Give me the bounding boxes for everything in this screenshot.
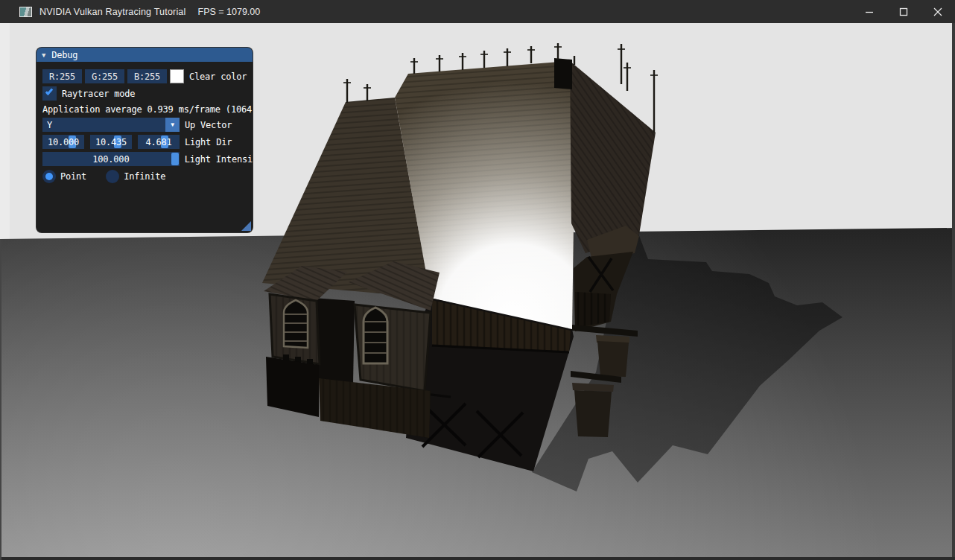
sky-left-strip	[0, 23, 10, 241]
chevron-down-icon: ▼	[171, 121, 174, 128]
raytracer-checkbox[interactable]	[42, 86, 57, 101]
frame-stats-row: Application average 0.939 ms/frame (1064	[42, 104, 253, 115]
light-type-row: Point Infinite	[42, 169, 253, 183]
viewport-right-edge	[952, 23, 955, 560]
minimize-icon	[865, 7, 874, 16]
green-channel-button[interactable]: G:255	[85, 69, 124, 83]
up-vector-combo[interactable]: Y ▼	[42, 118, 180, 132]
debug-panel-body: R:255 G:255 B:255 Clear color Raytracer …	[37, 62, 253, 232]
debug-panel-titlebar[interactable]: ▼ Debug	[37, 48, 253, 62]
resize-grip[interactable]	[241, 221, 251, 231]
checkmark-icon	[45, 87, 53, 95]
fps-counter: FPS = 1079.00	[198, 7, 261, 17]
close-button[interactable]	[921, 0, 955, 23]
dormer-center	[349, 261, 440, 391]
light-intensity-value: 100.000	[92, 154, 129, 165]
maximize-button[interactable]	[886, 0, 921, 23]
infinite-light-label: Infinite	[124, 171, 165, 182]
light-intensity-slider[interactable]: 100.000	[42, 152, 180, 166]
viewport-bottom-edge	[0, 557, 955, 560]
lantern-upper	[597, 341, 629, 377]
slider-grab[interactable]	[171, 153, 179, 165]
light-dir-z-value: 4.681	[145, 137, 171, 147]
up-vector-value: Y	[42, 120, 165, 130]
light-dir-row: 10.000 10.435 4.681 Light Dir	[42, 135, 253, 149]
clear-color-swatch[interactable]	[170, 69, 184, 83]
clear-color-label: Clear color	[189, 71, 247, 82]
point-light-label: Point	[60, 171, 86, 182]
point-light-radio[interactable]	[42, 170, 56, 183]
viewport-left-edge	[0, 239, 1, 560]
lantern-lower	[574, 390, 612, 437]
combo-arrow-button[interactable]: ▼	[165, 118, 180, 132]
infinite-light-radio[interactable]	[106, 170, 119, 183]
debug-panel-title: Debug	[51, 50, 77, 60]
light-intensity-row: 100.000 Light Intensi	[42, 152, 253, 166]
light-dir-label: Light Dir	[185, 137, 232, 147]
up-vector-row: Y ▼ Up Vector	[42, 118, 253, 132]
debug-panel: ▼ Debug R:255 G:255 B:255 Clear color Ra…	[36, 47, 253, 233]
dormer-window	[364, 308, 387, 363]
light-dir-x-value: 10.000	[48, 137, 79, 147]
light-dir-z-slider[interactable]: 4.681	[138, 135, 180, 149]
minimize-button[interactable]	[852, 0, 886, 23]
ridge-end-cap	[554, 58, 572, 89]
close-icon	[933, 7, 942, 16]
blue-channel-button[interactable]: B:255	[127, 69, 167, 83]
collapse-arrow-icon[interactable]: ▼	[42, 51, 45, 59]
maximize-icon	[899, 7, 908, 16]
red-channel-button[interactable]: R:255	[42, 69, 82, 83]
app-icon	[19, 7, 32, 17]
light-intensity-label: Light Intensi	[185, 154, 253, 165]
raytracer-row: Raytracer mode	[42, 86, 253, 101]
light-dir-x-slider[interactable]: 10.000	[42, 135, 84, 149]
window-title: NVIDIA Vulkan Raytracing Tutorial	[39, 7, 186, 17]
raytracer-label: Raytracer mode	[62, 89, 135, 99]
light-dir-y-value: 10.435	[95, 137, 127, 147]
frame-stats-text: Application average 0.939 ms/frame (1064	[42, 104, 252, 115]
clear-color-row: R:255 G:255 B:255 Clear color	[42, 69, 253, 83]
light-dir-y-slider[interactable]: 10.435	[90, 135, 132, 149]
os-titlebar[interactable]: NVIDIA Vulkan Raytracing Tutorial FPS = …	[0, 0, 955, 23]
app-window: NVIDIA Vulkan Raytracing Tutorial FPS = …	[0, 0, 955, 560]
up-vector-label: Up Vector	[185, 120, 232, 130]
